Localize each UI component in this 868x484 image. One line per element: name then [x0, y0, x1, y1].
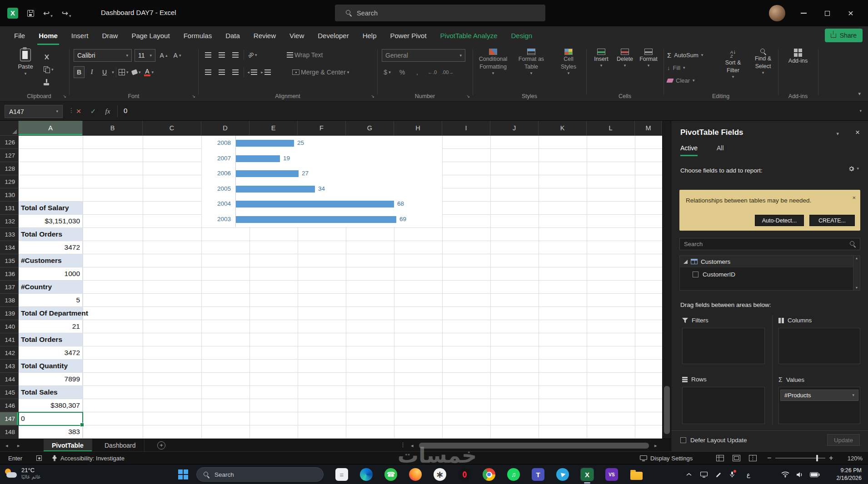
insert-cells-button[interactable]: Insert ▾ — [590, 49, 613, 68]
align-center-button[interactable] — [216, 66, 227, 78]
titlebar-search-input[interactable]: Search — [335, 5, 545, 21]
ribbon-tab-insert[interactable]: Insert — [65, 26, 95, 45]
ribbon-tab-review[interactable]: Review — [247, 26, 283, 45]
taskbar-app-edge-icon[interactable] — [359, 468, 373, 481]
delete-cells-button[interactable]: Delete ▾ — [614, 49, 636, 68]
row-header-138[interactable]: 138 — [0, 294, 19, 307]
row-header-130[interactable]: 130 — [0, 188, 19, 202]
sheet-nav-left-icon[interactable]: ◂ — [5, 439, 8, 452]
cell-a144[interactable]: 7899 — [19, 373, 83, 386]
row-header-136[interactable]: 136 — [0, 267, 19, 281]
taskbar-app-teams-icon[interactable]: T — [531, 468, 545, 481]
filters-area-box[interactable] — [682, 328, 765, 364]
defer-layout-update[interactable]: Defer Layout Update — [680, 437, 747, 444]
percent-style-button[interactable]: % — [397, 66, 408, 78]
column-header-c[interactable]: C — [143, 121, 201, 136]
sheet-nav-right-icon[interactable]: ▸ — [17, 439, 20, 452]
orientation-button[interactable]: ab▾ — [247, 49, 258, 61]
format-as-table-button[interactable]: Format as Table ▾ — [514, 49, 549, 75]
cut-button[interactable] — [44, 51, 65, 62]
page-layout-view-button[interactable] — [733, 452, 740, 464]
taskbar-app-spotify-icon[interactable]: ♫ — [507, 468, 520, 481]
column-header-l[interactable]: L — [587, 121, 635, 136]
row-header-129[interactable]: 129 — [0, 175, 19, 188]
sheet-tab-pivottable[interactable]: PivotTable — [44, 439, 92, 452]
vertical-scrollbar-thumb[interactable] — [664, 386, 670, 434]
cell-a137[interactable]: #Country — [19, 281, 83, 294]
battery-icon[interactable] — [809, 464, 821, 484]
taskbar-app-excel-icon[interactable]: X — [580, 468, 594, 481]
format-cells-button[interactable]: Format ▾ — [637, 49, 660, 68]
cell-a146[interactable]: $380,307 — [19, 399, 83, 412]
taskbar-app-folder-icon[interactable] — [629, 468, 643, 481]
wrap-text-button[interactable]: Wrap Text — [287, 49, 323, 61]
number-format-combo[interactable]: General▾ — [382, 49, 465, 62]
row-header-146[interactable]: 146 — [0, 399, 19, 412]
excel-app-icon[interactable]: X — [7, 8, 18, 19]
columns-area-box[interactable] — [778, 328, 860, 364]
taskbar-app-telegram-icon[interactable] — [556, 468, 569, 481]
field-search-input[interactable]: Search — [679, 238, 860, 250]
cell-a138[interactable]: 5 — [19, 294, 83, 307]
clipboard-dialog-launcher-icon[interactable]: ↘ — [63, 94, 66, 99]
autosum-button[interactable]: Σ AutoSum ▾ — [667, 49, 703, 60]
sheet-tab-dashboard[interactable]: Dashboard — [96, 439, 145, 452]
cell-a142[interactable]: 3472 — [19, 346, 83, 360]
row-header-145[interactable]: 145 — [0, 386, 19, 399]
row-header-132[interactable]: 132 — [0, 215, 19, 228]
row-header-137[interactable]: 137 — [0, 281, 19, 294]
accessibility-status[interactable]: Accessibility: Investigate — [52, 452, 125, 464]
checkbox-customerid[interactable] — [693, 272, 698, 277]
column-header-h[interactable]: H — [394, 121, 442, 136]
field-item-customerid[interactable]: CustomerID — [693, 269, 735, 279]
column-header-d[interactable]: D — [201, 121, 249, 136]
bold-button[interactable]: B — [74, 66, 85, 78]
field-table-customers[interactable]: Customers — [680, 256, 853, 267]
collapse-ribbon-icon[interactable]: ▾ — [858, 91, 861, 97]
align-left-button[interactable] — [203, 66, 214, 78]
update-button[interactable]: Update — [827, 434, 860, 446]
field-list-settings-button[interactable]: ▾ — [848, 165, 859, 172]
macro-record-button[interactable] — [36, 452, 42, 464]
row-header-147[interactable]: 147 — [0, 412, 19, 425]
select-all-corner[interactable] — [0, 121, 19, 136]
ribbon-tab-power-pivot[interactable]: Power Pivot — [384, 26, 434, 45]
zoom-level[interactable]: 120% — [840, 452, 863, 464]
pane-close-icon[interactable]: × — [855, 128, 860, 137]
ribbon-tab-formulas[interactable]: Formulas — [177, 26, 219, 45]
ribbon-tab-page-layout[interactable]: Page Layout — [125, 26, 176, 45]
row-header-144[interactable]: 144 — [0, 373, 19, 386]
taskbar-app-firefox-icon[interactable] — [409, 468, 422, 481]
fill-color-button[interactable]: ▾ — [131, 66, 142, 78]
cell-a134[interactable]: 3472 — [19, 241, 83, 254]
row-header-134[interactable]: 134 — [0, 241, 19, 254]
taskbar-app-notepad-icon[interactable]: ≡ — [335, 468, 349, 481]
cell-a139[interactable]: Total Of Department — [19, 307, 83, 320]
cell-a145[interactable]: Total Sales — [19, 386, 83, 399]
row-header-141[interactable]: 141 — [0, 333, 19, 346]
cell-a133[interactable]: Total Orders — [19, 228, 83, 241]
warning-close-icon[interactable]: × — [852, 194, 856, 201]
merge-center-button[interactable]: Merge & Center▾ — [292, 66, 349, 78]
cell-a148[interactable]: 383 — [19, 425, 83, 439]
user-avatar[interactable] — [769, 5, 785, 21]
embedded-bar-chart[interactable]: 200825200719200627200534200468200369 — [202, 136, 442, 227]
decrease-decimal-button[interactable]: .00→ — [442, 66, 454, 78]
spreadsheet-grid[interactable]: 200825200719200627200534200468200369ABCD… — [0, 121, 662, 439]
rows-area-box[interactable] — [682, 387, 765, 424]
font-size-combo[interactable]: 11▾ — [135, 49, 155, 62]
paste-button[interactable]: Paste ▾ — [13, 49, 38, 89]
row-header-139[interactable]: 139 — [0, 307, 19, 320]
column-header-e[interactable]: E — [249, 121, 298, 136]
tray-chevron-up-icon[interactable] — [684, 464, 693, 484]
page-break-view-button[interactable] — [749, 452, 757, 464]
enter-entry-button[interactable]: ✓ — [87, 106, 99, 117]
cell-a141[interactable]: Total Orders — [19, 333, 83, 346]
fill-button[interactable]: ↓ Fill ▾ — [667, 62, 685, 73]
conditional-formatting-button[interactable]: Conditional Formatting ▾ — [475, 49, 511, 75]
increase-decimal-button[interactable]: ←.0 — [427, 66, 438, 78]
column-header-m[interactable]: M — [635, 121, 662, 136]
ribbon-tab-data[interactable]: Data — [219, 26, 247, 45]
row-header-140[interactable]: 140 — [0, 320, 19, 333]
expand-formula-bar-icon[interactable]: ▾ — [859, 109, 862, 113]
